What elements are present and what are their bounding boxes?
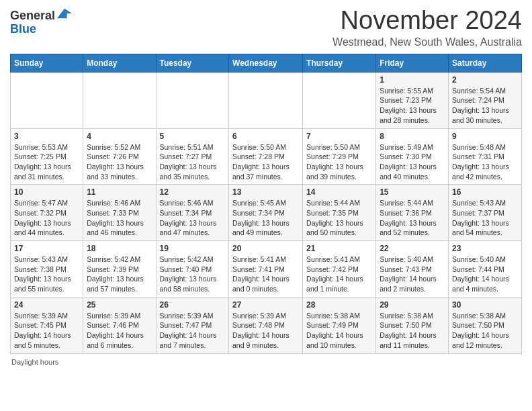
day-info: Sunrise: 5:38 AMSunset: 7:50 PMDaylight:…: [452, 311, 518, 351]
logo-icon: [57, 6, 72, 21]
day-number: 13: [232, 187, 299, 197]
day-number: 2: [452, 75, 518, 85]
day-info: Sunrise: 5:50 AMSunset: 7:29 PMDaylight:…: [306, 142, 372, 182]
day-number: 7: [306, 132, 372, 141]
day-number: 22: [380, 244, 445, 253]
col-header-thursday: Thursday: [303, 54, 376, 72]
calendar-cell: 28Sunrise: 5:38 AMSunset: 7:49 PMDayligh…: [303, 297, 376, 353]
day-info: Sunrise: 5:53 AMSunset: 7:25 PMDaylight:…: [14, 142, 79, 182]
calendar-cell: 12Sunrise: 5:46 AMSunset: 7:34 PMDayligh…: [156, 185, 229, 241]
calendar-cell: 29Sunrise: 5:38 AMSunset: 7:50 PMDayligh…: [376, 297, 449, 353]
day-info: Sunrise: 5:40 AMSunset: 7:43 PMDaylight:…: [380, 255, 445, 294]
day-info: Sunrise: 5:44 AMSunset: 7:36 PMDaylight:…: [380, 198, 445, 238]
day-info: Sunrise: 5:44 AMSunset: 7:35 PMDaylight:…: [306, 198, 372, 238]
calendar-cell: 16Sunrise: 5:43 AMSunset: 7:37 PMDayligh…: [449, 185, 522, 241]
day-info: Sunrise: 5:41 AMSunset: 7:41 PMDaylight:…: [232, 255, 299, 294]
day-number: 1: [380, 75, 445, 85]
day-info: Sunrise: 5:55 AMSunset: 7:23 PMDaylight:…: [380, 86, 445, 126]
day-info: Sunrise: 5:39 AMSunset: 7:46 PMDaylight:…: [87, 311, 152, 351]
day-number: 3: [14, 132, 79, 141]
calendar-cell: 22Sunrise: 5:40 AMSunset: 7:43 PMDayligh…: [376, 241, 449, 298]
calendar-cell: 15Sunrise: 5:44 AMSunset: 7:36 PMDayligh…: [376, 185, 449, 241]
calendar-cell: 17Sunrise: 5:43 AMSunset: 7:38 PMDayligh…: [11, 241, 83, 298]
day-info: Sunrise: 5:39 AMSunset: 7:45 PMDaylight:…: [14, 311, 79, 351]
col-header-friday: Friday: [376, 54, 449, 72]
day-number: 12: [160, 187, 226, 197]
calendar-cell: [303, 72, 376, 128]
footer-note: Daylight hours: [10, 358, 522, 366]
day-info: Sunrise: 5:46 AMSunset: 7:34 PMDaylight:…: [160, 198, 226, 238]
logo-general: General: [10, 9, 55, 23]
day-number: 10: [14, 187, 79, 197]
calendar-week-row: 10Sunrise: 5:47 AMSunset: 7:32 PMDayligh…: [11, 185, 522, 241]
month-title: November 2024: [332, 7, 522, 35]
calendar-cell: 24Sunrise: 5:39 AMSunset: 7:45 PMDayligh…: [11, 297, 83, 353]
day-number: 9: [452, 132, 518, 141]
calendar-cell: 9Sunrise: 5:48 AMSunset: 7:31 PMDaylight…: [449, 128, 522, 185]
calendar-cell: [229, 72, 303, 128]
logo-blue: Blue: [10, 23, 55, 36]
calendar-cell: 14Sunrise: 5:44 AMSunset: 7:35 PMDayligh…: [303, 185, 376, 241]
calendar-cell: 26Sunrise: 5:39 AMSunset: 7:47 PMDayligh…: [156, 297, 229, 353]
calendar-week-row: 24Sunrise: 5:39 AMSunset: 7:45 PMDayligh…: [11, 297, 522, 353]
day-info: Sunrise: 5:43 AMSunset: 7:37 PMDaylight:…: [452, 198, 518, 238]
day-info: Sunrise: 5:46 AMSunset: 7:33 PMDaylight:…: [87, 198, 152, 238]
calendar-cell: 30Sunrise: 5:38 AMSunset: 7:50 PMDayligh…: [449, 297, 522, 353]
day-info: Sunrise: 5:54 AMSunset: 7:24 PMDaylight:…: [452, 86, 518, 126]
calendar-cell: 18Sunrise: 5:42 AMSunset: 7:39 PMDayligh…: [83, 241, 156, 298]
day-info: Sunrise: 5:38 AMSunset: 7:49 PMDaylight:…: [306, 311, 372, 351]
day-info: Sunrise: 5:48 AMSunset: 7:31 PMDaylight:…: [452, 142, 518, 182]
calendar-cell: 1Sunrise: 5:55 AMSunset: 7:23 PMDaylight…: [376, 72, 449, 128]
col-header-saturday: Saturday: [449, 54, 522, 72]
day-number: 16: [452, 187, 518, 197]
calendar-cell: 5Sunrise: 5:51 AMSunset: 7:27 PMDaylight…: [156, 128, 229, 185]
col-header-wednesday: Wednesday: [229, 54, 303, 72]
calendar-cell: 8Sunrise: 5:49 AMSunset: 7:30 PMDaylight…: [376, 128, 449, 185]
logo: General Blue: [10, 9, 72, 36]
day-number: 4: [87, 132, 152, 141]
calendar-cell: 23Sunrise: 5:40 AMSunset: 7:44 PMDayligh…: [449, 241, 522, 298]
day-number: 30: [452, 300, 518, 310]
location-title: Westmead, New South Wales, Australia: [332, 36, 522, 48]
calendar-cell: 3Sunrise: 5:53 AMSunset: 7:25 PMDaylight…: [11, 128, 83, 185]
day-number: 15: [380, 187, 445, 197]
day-number: 5: [160, 132, 226, 141]
calendar-cell: 7Sunrise: 5:50 AMSunset: 7:29 PMDaylight…: [303, 128, 376, 185]
calendar-week-row: 3Sunrise: 5:53 AMSunset: 7:25 PMDaylight…: [11, 128, 522, 185]
day-number: 18: [87, 244, 152, 253]
calendar-week-row: 1Sunrise: 5:55 AMSunset: 7:23 PMDaylight…: [11, 72, 522, 128]
day-info: Sunrise: 5:50 AMSunset: 7:28 PMDaylight:…: [232, 142, 299, 182]
calendar-header-row: SundayMondayTuesdayWednesdayThursdayFrid…: [11, 54, 522, 72]
svg-marker-0: [57, 9, 72, 19]
day-number: 6: [232, 132, 299, 141]
day-info: Sunrise: 5:40 AMSunset: 7:44 PMDaylight:…: [452, 255, 518, 294]
day-info: Sunrise: 5:49 AMSunset: 7:30 PMDaylight:…: [380, 142, 445, 182]
calendar-cell: [156, 72, 229, 128]
calendar-cell: 21Sunrise: 5:41 AMSunset: 7:42 PMDayligh…: [303, 241, 376, 298]
day-info: Sunrise: 5:42 AMSunset: 7:39 PMDaylight:…: [87, 255, 152, 294]
calendar-cell: 2Sunrise: 5:54 AMSunset: 7:24 PMDaylight…: [449, 72, 522, 128]
day-info: Sunrise: 5:39 AMSunset: 7:47 PMDaylight:…: [160, 311, 226, 351]
calendar-cell: 27Sunrise: 5:39 AMSunset: 7:48 PMDayligh…: [229, 297, 303, 353]
day-number: 25: [87, 300, 152, 310]
day-number: 24: [14, 300, 79, 310]
day-number: 23: [452, 244, 518, 253]
day-number: 29: [380, 300, 445, 310]
header: General Blue November 2024 Westmead, New…: [10, 7, 522, 48]
day-info: Sunrise: 5:47 AMSunset: 7:32 PMDaylight:…: [14, 198, 79, 238]
calendar-cell: [83, 72, 156, 128]
calendar-cell: 20Sunrise: 5:41 AMSunset: 7:41 PMDayligh…: [229, 241, 303, 298]
day-info: Sunrise: 5:38 AMSunset: 7:50 PMDaylight:…: [380, 311, 445, 351]
day-number: 28: [306, 300, 372, 310]
day-info: Sunrise: 5:42 AMSunset: 7:40 PMDaylight:…: [160, 255, 226, 294]
calendar-cell: 6Sunrise: 5:50 AMSunset: 7:28 PMDaylight…: [229, 128, 303, 185]
col-header-sunday: Sunday: [11, 54, 83, 72]
col-header-tuesday: Tuesday: [156, 54, 229, 72]
calendar-cell: 25Sunrise: 5:39 AMSunset: 7:46 PMDayligh…: [83, 297, 156, 353]
day-number: 17: [14, 244, 79, 253]
day-number: 26: [160, 300, 226, 310]
day-number: 27: [232, 300, 299, 310]
day-info: Sunrise: 5:52 AMSunset: 7:26 PMDaylight:…: [87, 142, 152, 182]
day-number: 8: [380, 132, 445, 141]
day-number: 11: [87, 187, 152, 197]
